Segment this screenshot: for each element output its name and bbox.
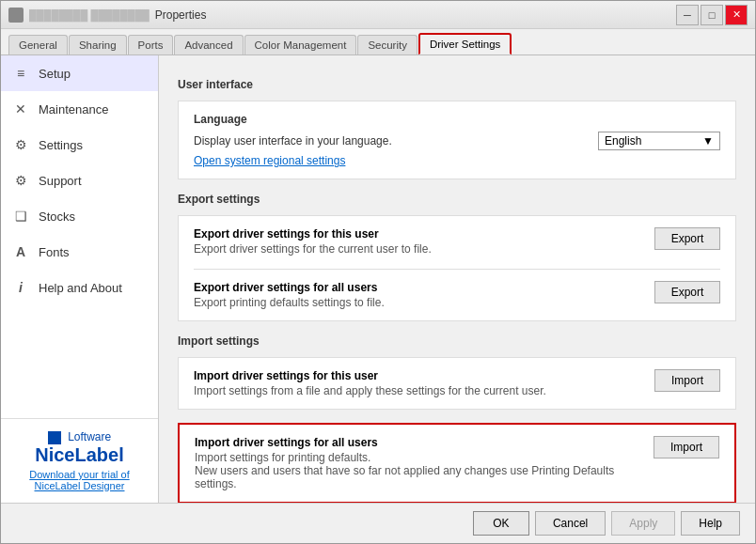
tab-bar: General Sharing Ports Advanced Color Man… (1, 29, 755, 55)
sidebar-item-maintenance[interactable]: ✕ Maintenance (1, 91, 158, 127)
title-bar-title: Properties (155, 8, 207, 22)
ok-button[interactable]: OK (473, 511, 529, 536)
regional-settings-link[interactable]: Open system regional settings (194, 154, 345, 167)
window-icon (8, 8, 24, 23)
import-desc-1: Import settings from a file and apply th… (194, 384, 643, 397)
export-button-1[interactable]: Export (654, 227, 720, 250)
title-bar-prefix: ████████ ████████ (29, 9, 150, 21)
bottom-bar: OK Cancel Apply Help (1, 503, 755, 543)
tab-driver-settings[interactable]: Driver Settings (418, 33, 512, 54)
import-button-1[interactable]: Import (654, 369, 720, 392)
tab-security[interactable]: Security (357, 35, 417, 54)
language-label: Language (194, 113, 720, 126)
sidebar-item-help-about[interactable]: i Help and About (1, 270, 158, 305)
brand-logo-area: Loftware (12, 430, 147, 444)
user-interface-title: User interface (178, 78, 736, 91)
import-row-1: Import driver settings for this user Imp… (194, 369, 720, 397)
sidebar-item-settings-label: Settings (39, 138, 83, 152)
language-row: Display user interface in your language.… (194, 132, 720, 150)
sidebar-item-support-label: Support (39, 174, 82, 188)
main-content: ≡ Setup ✕ Maintenance ⚙ Settings ⚙ Suppo… (1, 55, 755, 503)
sidebar: ≡ Setup ✕ Maintenance ⚙ Settings ⚙ Suppo… (1, 55, 159, 503)
import-settings-section-1: Import driver settings for this user Imp… (178, 357, 736, 410)
tab-general[interactable]: General (8, 35, 68, 54)
export-title-2: Export driver settings for all users (194, 281, 643, 294)
export-settings-section: Export driver settings for this user Exp… (178, 215, 736, 321)
export-text-1: Export driver settings for this user Exp… (194, 227, 643, 256)
maintenance-icon: ✕ (12, 101, 29, 117)
import-text-1: Import driver settings for this user Imp… (194, 369, 643, 397)
export-row-1: Export driver settings for this user Exp… (194, 227, 720, 256)
language-description: Display user interface in your language. (194, 134, 392, 148)
language-selected-value: English (605, 134, 641, 148)
brand-name: NiceLabel (12, 444, 147, 465)
brand-line1: Loftware (68, 430, 111, 443)
tab-sharing[interactable]: Sharing (69, 35, 127, 54)
import-title-2: Import driver settings for all users (195, 436, 642, 449)
title-bar: ████████ ████████ Properties ─ □ ✕ (1, 1, 755, 29)
export-button-2[interactable]: Export (654, 281, 720, 303)
sidebar-item-stocks[interactable]: ❑ Stocks (1, 198, 158, 234)
language-dropdown[interactable]: English ▼ (598, 132, 720, 150)
tab-color-management[interactable]: Color Management (244, 35, 357, 54)
sidebar-item-setup[interactable]: ≡ Setup (1, 55, 158, 91)
right-panel: User interface Language Display user int… (159, 55, 755, 503)
import-all-users-box: Import driver settings for all users Imp… (178, 423, 736, 503)
import-button-2[interactable]: Import (654, 436, 719, 459)
sidebar-item-fonts[interactable]: A Fonts (1, 234, 158, 270)
fonts-icon: A (12, 243, 29, 260)
sidebar-item-help-label: Help and About (39, 281, 122, 295)
logo-square (48, 431, 61, 444)
export-settings-title: Export settings (178, 193, 736, 206)
export-desc-2: Export printing defaults settings to fil… (194, 296, 643, 309)
divider-1 (194, 269, 720, 270)
sidebar-item-maintenance-label: Maintenance (39, 102, 108, 117)
help-icon: i (12, 279, 29, 296)
export-row-2: Export driver settings for all users Exp… (194, 281, 720, 309)
dropdown-arrow-icon: ▼ (702, 134, 714, 148)
download-link[interactable]: Download your trial of NiceLabel Designe… (12, 469, 147, 491)
setup-icon: ≡ (12, 65, 29, 82)
sidebar-item-support[interactable]: ⚙ Support (1, 163, 158, 198)
tab-advanced[interactable]: Advanced (174, 35, 243, 54)
export-desc-1: Export driver settings for the current u… (194, 242, 643, 256)
sidebar-bottom: Loftware NiceLabel Download your trial o… (1, 418, 158, 503)
apply-button[interactable]: Apply (611, 511, 675, 536)
sidebar-item-stocks-label: Stocks (39, 210, 75, 224)
title-bar-left: ████████ ████████ Properties (8, 8, 206, 23)
import-title-1: Import driver settings for this user (194, 369, 643, 382)
close-button[interactable]: ✕ (725, 5, 748, 25)
settings-icon: ⚙ (12, 136, 29, 153)
import-desc-2: Import settings for printing defaults.Ne… (195, 451, 642, 490)
stocks-icon: ❑ (12, 208, 29, 225)
maximize-button[interactable]: □ (701, 5, 723, 25)
sidebar-item-settings[interactable]: ⚙ Settings (1, 127, 158, 163)
main-window: ████████ ████████ Properties ─ □ ✕ Gener… (0, 0, 756, 544)
export-title-1: Export driver settings for this user (194, 227, 643, 241)
import-settings-title: Import settings (178, 334, 736, 348)
language-section: Language Display user interface in your … (178, 101, 736, 179)
title-bar-buttons: ─ □ ✕ (676, 5, 748, 25)
minimize-button[interactable]: ─ (676, 5, 699, 25)
export-text-2: Export driver settings for all users Exp… (194, 281, 643, 309)
help-button[interactable]: Help (681, 511, 740, 536)
import-row-2: Import driver settings for all users Imp… (195, 436, 719, 490)
sidebar-item-fonts-label: Fonts (39, 245, 70, 259)
tab-ports[interactable]: Ports (128, 35, 174, 54)
support-icon: ⚙ (12, 172, 29, 189)
sidebar-item-setup-label: Setup (39, 67, 71, 81)
cancel-button[interactable]: Cancel (535, 511, 606, 536)
import-text-2: Import driver settings for all users Imp… (195, 436, 642, 490)
